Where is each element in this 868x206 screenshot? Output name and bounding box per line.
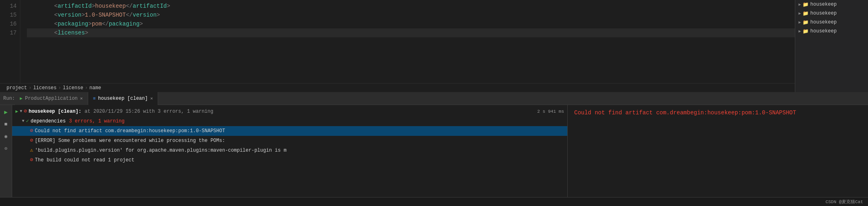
build-error-1[interactable]: ⊘ Could not find artifact com.dreambegin… xyxy=(12,126,567,136)
build-error-2[interactable]: ⊘ [ERROR] Some problems were encountered… xyxy=(12,136,567,146)
camera-button[interactable]: ⊙ xyxy=(2,144,11,153)
error-icon-3: ⊘ xyxy=(30,156,33,164)
sidebar-arrow-1: ▶ xyxy=(799,2,801,7)
folder-icon-4: 📁 xyxy=(803,28,809,34)
error-detail-text: Could not find artifact com.dreambegin:h… xyxy=(574,108,796,117)
breadcrumb-licenses[interactable]: licenses xyxy=(33,85,57,91)
status-credit: CSDN @麦克猫Cat xyxy=(826,199,863,205)
tab-product-icon: ▶ xyxy=(20,96,23,101)
run-label: Run: xyxy=(3,96,15,101)
folder-icon-2: 📁 xyxy=(803,11,809,17)
build-output: ▶ ▼ ⊘ housekeep [clean]: at 2020/11/29 1… xyxy=(12,105,567,197)
sidebar-arrow-4: ▶ xyxy=(799,29,801,34)
deps-check-icon: ✓ xyxy=(26,117,29,125)
build-deps-row[interactable]: ▼ ✓ dependencies 3 errors, 1 warning xyxy=(12,116,567,126)
build-root-row[interactable]: ▶ ▼ ⊘ housekeep [clean]: at 2020/11/29 1… xyxy=(12,107,567,116)
sidebar-label-2: housekeep xyxy=(810,11,837,16)
build-error-3-text: The build could not read 1 project xyxy=(35,156,135,164)
eye-button[interactable]: ◉ xyxy=(2,132,11,141)
build-warning-1-text: 'build.plugins.plugin.version' for org.a… xyxy=(35,146,286,154)
error-icon-2: ⊘ xyxy=(30,137,33,145)
sidebar-label-1: housekeep xyxy=(810,2,837,7)
build-root-time: 2 s 941 ms xyxy=(537,107,564,116)
breadcrumb-sep3: › xyxy=(85,85,88,91)
folder-icon-3: 📁 xyxy=(803,19,809,26)
bottom-panel: ▶ ■ ◉ ⊙ ▶ ▼ ⊘ housekeep [clean]: at 2020… xyxy=(0,105,868,197)
line-numbers: 14 15 16 17 xyxy=(0,0,20,83)
tab-housekeep[interactable]: ≡ housekeep [clean] ✕ xyxy=(88,92,158,105)
right-sidebar: ▶ 📁 housekeep ▶ 📁 housekeep ▶ 📁 housekee… xyxy=(795,0,868,92)
tab-product-close[interactable]: ✕ xyxy=(80,96,83,101)
folder-icon-1: 📁 xyxy=(803,2,809,8)
breadcrumb-sep2: › xyxy=(58,85,61,91)
warning-icon-1: ⚠ xyxy=(30,146,33,154)
root-error-icon: ⊘ xyxy=(24,107,27,116)
deps-collapse-icon[interactable]: ▼ xyxy=(22,117,24,125)
play-button[interactable]: ▶ xyxy=(2,107,11,116)
tab-housekeep-label: housekeep [clean] xyxy=(98,96,148,101)
left-controls: ▶ ■ ◉ ⊙ xyxy=(0,105,12,197)
sidebar-item-4[interactable]: ▶ 📁 housekeep xyxy=(795,27,868,36)
sidebar-arrow-2: ▶ xyxy=(799,11,801,16)
sidebar-label-3: housekeep xyxy=(810,19,837,25)
sidebar-item-3[interactable]: ▶ 📁 housekeep xyxy=(795,18,868,27)
tab-housekeep-close[interactable]: ✕ xyxy=(150,96,153,101)
sidebar-item-1[interactable]: ▶ 📁 housekeep xyxy=(795,0,868,9)
build-tree: ▶ ▼ ⊘ housekeep [clean]: at 2020/11/29 1… xyxy=(12,105,567,197)
build-warning-1[interactable]: ⚠ 'build.plugins.plugin.version' for org… xyxy=(12,146,567,155)
build-error-3[interactable]: ⊘ The build could not read 1 project xyxy=(12,155,567,165)
tab-housekeep-icon: ≡ xyxy=(93,96,96,101)
build-error-1-text: Could not find artifact com.dreambegin:h… xyxy=(35,127,225,135)
build-error-2-text: [ERROR] Some problems were encountered w… xyxy=(35,137,225,145)
breadcrumb: project › licenses › license › name xyxy=(0,83,795,92)
tab-product[interactable]: ▶ ProductApplication ✕ xyxy=(15,92,88,105)
sidebar-label-4: housekeep xyxy=(810,28,837,34)
build-deps-detail: 3 errors, 1 warning xyxy=(69,117,125,125)
status-bar: CSDN @麦克猫Cat xyxy=(0,197,868,206)
sidebar-arrow-3: ▶ xyxy=(799,20,801,25)
error-icon-1: ⊘ xyxy=(30,127,33,135)
tab-bar: Run: ▶ ProductApplication ✕ ≡ housekeep … xyxy=(0,92,868,105)
build-root-detail: at 2020/11/29 15:26 with 3 errors, 1 war… xyxy=(85,107,213,116)
sidebar-item-2[interactable]: ▶ 📁 housekeep xyxy=(795,9,868,18)
breadcrumb-project[interactable]: project xyxy=(7,85,27,91)
code-content: <artifactId>housekeep</artifactId> <vers… xyxy=(20,0,795,83)
breadcrumb-name[interactable]: name xyxy=(89,85,101,91)
build-root-label: housekeep [clean]: xyxy=(28,107,81,116)
error-detail-panel: Could not find artifact com.dreambegin:h… xyxy=(567,105,868,197)
tab-product-label: ProductApplication xyxy=(25,96,78,101)
play-icon: ▶ xyxy=(15,107,18,116)
collapse-icon[interactable]: ▼ xyxy=(20,107,22,116)
stop-button[interactable]: ■ xyxy=(2,120,11,129)
breadcrumb-sep1: › xyxy=(28,85,31,91)
build-deps-label: dependencies xyxy=(30,117,65,125)
breadcrumb-license[interactable]: license xyxy=(63,85,83,91)
